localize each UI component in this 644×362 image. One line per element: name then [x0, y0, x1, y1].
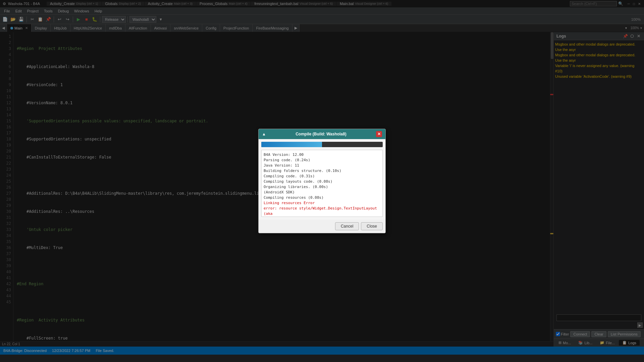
dialog-close-action-btn[interactable]: Close: [361, 222, 383, 230]
output-line-7: Organizing libraries. (0.00s): [264, 184, 380, 190]
compile-dialog: ▲ Compile (Build: Washola8) ✕ B4A Versio…: [258, 129, 386, 233]
output-line-11: error: resource style/Widget.Design.Text…: [264, 206, 380, 217]
dialog-title: Compile (Build: Washola8): [296, 132, 346, 136]
output-line-1: B4A Version: 12.00: [264, 152, 380, 158]
dialog-titlebar: ▲ Compile (Build: Washola8) ✕: [259, 129, 385, 139]
dialog-footer: Cancel Close: [259, 220, 385, 233]
output-line-8: (AndroidX SDK): [264, 190, 380, 195]
output-line-4: Building folders structure. (0.10s): [264, 168, 380, 174]
output-line-3: Java Version: 11: [264, 163, 380, 168]
output-line-6: Compiling layouts code. (0.08s): [264, 179, 380, 184]
dialog-cancel-btn[interactable]: Cancel: [335, 222, 359, 230]
dialog-close-btn[interactable]: ✕: [376, 131, 382, 137]
output-line-2: Parsing code. (0.24s): [264, 158, 380, 163]
progress-bar-container: [261, 142, 383, 147]
output-line-9: Compiling resources (0.08s): [264, 195, 380, 200]
output-line-5: Compiling code. (0.31s): [264, 174, 380, 179]
progress-bar-fill: [261, 142, 322, 147]
output-line-10: Linking resources Error: [264, 200, 380, 206]
dialog-overlay: ▲ Compile (Build: Washola8) ✕ B4A Versio…: [0, 0, 644, 362]
dialog-icon: ▲: [262, 132, 266, 136]
dialog-output: B4A Version: 12.00 Parsing code. (0.24s)…: [261, 150, 383, 217]
dialog-body: B4A Version: 12.00 Parsing code. (0.24s)…: [259, 139, 385, 220]
